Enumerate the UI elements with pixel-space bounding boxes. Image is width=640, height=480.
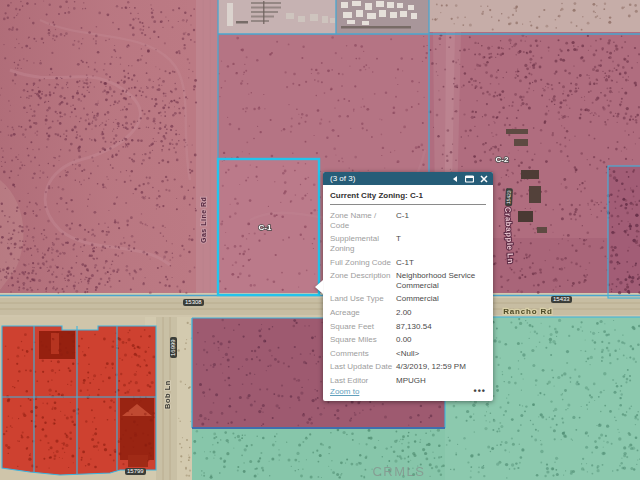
svg-text:C-2: C-2 xyxy=(496,155,509,164)
svg-text:Bob Ln: Bob Ln xyxy=(163,380,172,409)
svg-text:Gas Line Rd: Gas Line Rd xyxy=(200,197,207,243)
svg-text:C-1: C-1 xyxy=(259,223,272,232)
svg-text:CRMLS: CRMLS xyxy=(372,464,425,479)
svg-text:Rancho Rd: Rancho Rd xyxy=(503,307,552,316)
